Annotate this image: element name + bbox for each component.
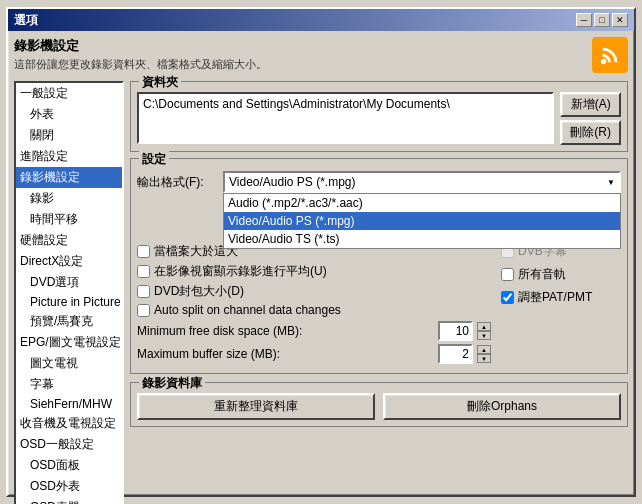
settings-group: 設定 輸出格式(F): Video/Audio PS (*.mpg) ▼ xyxy=(130,158,628,374)
sidebar-item-osd-panel[interactable]: OSD面板 xyxy=(16,455,122,476)
check-large-file[interactable] xyxy=(137,245,150,258)
right-col: DVB字幕 所有音軌 調整PAT/PMT xyxy=(501,243,621,367)
add-folder-button[interactable]: 新增(A) xyxy=(560,92,621,117)
sidebar-item-pip[interactable]: Picture in Picture xyxy=(16,293,122,311)
min-disk-label: Minimum free disk space (MB): xyxy=(137,324,434,338)
sidebar-item-advanced[interactable]: 進階設定 xyxy=(16,146,122,167)
folder-group-title: 資料夾 xyxy=(139,74,181,91)
format-row: 輸出格式(F): Video/Audio PS (*.mpg) ▼ Audio … xyxy=(137,171,621,193)
check-all-audio[interactable] xyxy=(501,268,514,281)
sidebar-item-recorder[interactable]: 錄影機設定 xyxy=(16,167,122,188)
check-pat-pmt[interactable] xyxy=(501,291,514,304)
maximize-button[interactable]: □ xyxy=(594,13,610,27)
format-dropdown-menu: Audio (*.mp2/*.ac3/*.aac) Video/Audio PS… xyxy=(223,193,621,249)
sidebar-item-hardware[interactable]: 硬體設定 xyxy=(16,230,122,251)
check-dvd-pack[interactable] xyxy=(137,285,150,298)
format-dropdown-container: Video/Audio PS (*.mpg) ▼ Audio (*.mp2/*.… xyxy=(223,171,621,193)
check-auto-split-label: Auto split on channel data changes xyxy=(154,303,341,317)
folder-input-area: C:\Documents and Settings\Administrator\… xyxy=(137,92,621,145)
max-buffer-row: Maximum buffer size (MB): 2 ▲ ▼ xyxy=(137,344,491,364)
folder-group: 資料夾 C:\Documents and Settings\Administra… xyxy=(130,81,628,152)
sidebar-item-general[interactable]: 一般設定 xyxy=(16,83,122,104)
close-button[interactable]: ✕ xyxy=(612,13,628,27)
max-buffer-down[interactable]: ▼ xyxy=(477,354,491,363)
sidebar-item-osd-form[interactable]: OSD表單 xyxy=(16,497,122,504)
page-title: 錄影機設定 xyxy=(14,37,267,55)
folder-buttons: 新增(A) 刪除(R) xyxy=(560,92,621,145)
left-col: 當檔案大於這大 在影像視窗顯示錄影進行平均(U) DVD封包大小(D) xyxy=(137,243,491,367)
library-group: 錄影資料庫 重新整理資料庫 刪除Orphans xyxy=(130,382,628,427)
two-column-layout: 當檔案大於這大 在影像視窗顯示錄影進行平均(U) DVD封包大小(D) xyxy=(137,243,621,367)
check-show-progress[interactable] xyxy=(137,265,150,278)
min-disk-input[interactable]: 10 xyxy=(438,321,473,341)
pat-pmt-label: 調整PAT/PMT xyxy=(518,289,592,306)
check-row-4: Auto split on channel data changes xyxy=(137,303,491,317)
format-label: 輸出格式(F): xyxy=(137,174,217,191)
dropdown-arrow-icon[interactable]: ▼ xyxy=(607,178,615,187)
title-bar: 選項 ─ □ ✕ xyxy=(8,9,634,31)
sidebar-item-osd-appearance[interactable]: OSD外表 xyxy=(16,476,122,497)
folder-listbox[interactable]: C:\Documents and Settings\Administrator\… xyxy=(137,92,554,144)
svg-point-0 xyxy=(601,59,607,64)
pat-pmt-check-row: 調整PAT/PMT xyxy=(501,289,621,306)
check-dvd-pack-label: DVD封包大小(D) xyxy=(154,283,244,300)
sidebar-item-timeshift[interactable]: 時間平移 xyxy=(16,209,122,230)
header-text: 錄影機設定 這部份讓您更改錄影資料夾、檔案格式及縮縮大小。 xyxy=(14,37,267,72)
max-buffer-input[interactable]: 2 xyxy=(438,344,473,364)
max-buffer-spinner: ▲ ▼ xyxy=(477,345,491,363)
sidebar[interactable]: 一般設定 外表 關閉 進階設定 錄影機設定 錄影 時間平移 硬體設定 Direc… xyxy=(14,81,124,504)
main-window: 選項 ─ □ ✕ 錄影機設定 這部份讓您更改錄影資料夾、檔案格式及縮縮大小。 xyxy=(6,7,636,497)
sidebar-item-radio-tv[interactable]: 收音機及電視設定 xyxy=(16,413,122,434)
format-option-1[interactable]: Audio (*.mp2/*.ac3/*.aac) xyxy=(224,194,620,212)
format-option-2[interactable]: Video/Audio PS (*.mpg) xyxy=(224,212,620,230)
sidebar-item-dvd[interactable]: DVD選項 xyxy=(16,272,122,293)
sidebar-item-directx[interactable]: DirectX設定 xyxy=(16,251,122,272)
window-body: 錄影機設定 這部份讓您更改錄影資料夾、檔案格式及縮縮大小。 一般設定 外表 關閉… xyxy=(8,31,634,504)
page-subtitle: 這部份讓您更改錄影資料夾、檔案格式及縮縮大小。 xyxy=(14,57,267,72)
min-disk-spinner: ▲ ▼ xyxy=(477,322,491,340)
sidebar-item-epg[interactable]: EPG/圖文電視設定 xyxy=(16,332,122,353)
format-option-3[interactable]: Video/Audio TS (*.ts) xyxy=(224,230,620,248)
settings-group-title: 設定 xyxy=(139,151,169,168)
all-audio-check-row: 所有音軌 xyxy=(501,266,621,283)
check-show-progress-label: 在影像視窗顯示錄影進行平均(U) xyxy=(154,263,327,280)
sidebar-item-close[interactable]: 關閉 xyxy=(16,125,122,146)
folder-path-item[interactable]: C:\Documents and Settings\Administrator\… xyxy=(143,96,548,112)
min-disk-up[interactable]: ▲ xyxy=(477,322,491,331)
max-buffer-up[interactable]: ▲ xyxy=(477,345,491,354)
sidebar-item-preview[interactable]: 預覽/馬賽克 xyxy=(16,311,122,332)
header-section: 錄影機設定 這部份讓您更改錄影資料夾、檔案格式及縮縮大小。 xyxy=(14,37,628,73)
check-row-2: 在影像視窗顯示錄影進行平均(U) xyxy=(137,263,491,280)
check-auto-split[interactable] xyxy=(137,304,150,317)
min-disk-down[interactable]: ▼ xyxy=(477,331,491,340)
sidebar-item-osd-general[interactable]: OSD一般設定 xyxy=(16,434,122,455)
min-disk-row: Minimum free disk space (MB): 10 ▲ ▼ xyxy=(137,321,491,341)
format-selected: Video/Audio PS (*.mpg) xyxy=(229,175,607,189)
check-row-3: DVD封包大小(D) xyxy=(137,283,491,300)
minimize-button[interactable]: ─ xyxy=(576,13,592,27)
library-buttons: 重新整理資料庫 刪除Orphans xyxy=(137,393,621,420)
all-audio-label: 所有音軌 xyxy=(518,266,566,283)
rss-icon xyxy=(592,37,628,73)
sidebar-item-teletext[interactable]: 圖文電視 xyxy=(16,353,122,374)
right-col-checks: DVB字幕 所有音軌 調整PAT/PMT xyxy=(501,243,621,309)
max-buffer-label: Maximum buffer size (MB): xyxy=(137,347,434,361)
sidebar-item-record[interactable]: 錄影 xyxy=(16,188,122,209)
delete-orphans-button[interactable]: 刪除Orphans xyxy=(383,393,621,420)
main-content: 一般設定 外表 關閉 進階設定 錄影機設定 錄影 時間平移 硬體設定 Direc… xyxy=(14,81,628,504)
library-group-title: 錄影資料庫 xyxy=(139,375,205,392)
reorganize-button[interactable]: 重新整理資料庫 xyxy=(137,393,375,420)
delete-folder-button[interactable]: 刪除(R) xyxy=(560,120,621,145)
sidebar-item-subtitle[interactable]: 字幕 xyxy=(16,374,122,395)
sidebar-item-appearance[interactable]: 外表 xyxy=(16,104,122,125)
folder-section: C:\Documents and Settings\Administrator\… xyxy=(137,92,621,145)
content-area: 資料夾 C:\Documents and Settings\Administra… xyxy=(130,81,628,504)
title-bar-buttons: ─ □ ✕ xyxy=(576,13,628,27)
format-dropdown[interactable]: Video/Audio PS (*.mpg) ▼ xyxy=(223,171,621,193)
sidebar-item-siehfern[interactable]: SiehFern/MHW xyxy=(16,395,122,413)
window-title: 選項 xyxy=(14,12,38,29)
